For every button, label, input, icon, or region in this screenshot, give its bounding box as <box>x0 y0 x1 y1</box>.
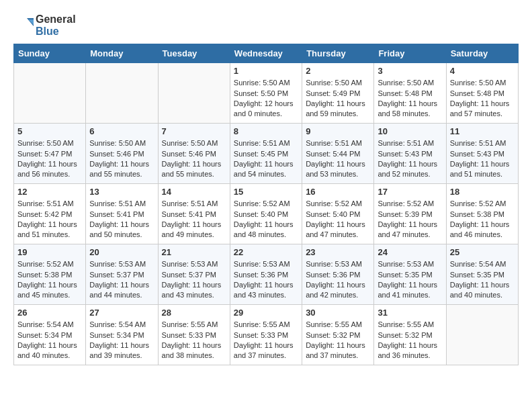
week-row-5: 26 Sunrise: 5:54 AM Sunset: 5:34 PM Dayl… <box>14 305 519 365</box>
cell-info: Sunrise: 5:51 AM Sunset: 5:41 PM Dayligh… <box>162 199 226 240</box>
day-cell: 17 Sunrise: 5:52 AM Sunset: 5:39 PM Dayl… <box>374 184 446 244</box>
day-cell: 6 Sunrise: 5:50 AM Sunset: 5:46 PM Dayli… <box>86 124 158 184</box>
cell-info: Sunrise: 5:50 AM Sunset: 5:47 PM Dayligh… <box>17 138 82 180</box>
cell-info: Sunrise: 5:52 AM Sunset: 5:40 PM Dayligh… <box>234 199 298 240</box>
cell-info: Sunrise: 5:50 AM Sunset: 5:48 PM Dayligh… <box>450 78 515 120</box>
day-cell: 5 Sunrise: 5:50 AM Sunset: 5:47 PM Dayli… <box>14 124 86 184</box>
day-number: 22 <box>234 247 298 257</box>
day-cell: 20 Sunrise: 5:53 AM Sunset: 5:37 PM Dayl… <box>86 244 158 305</box>
day-number: 8 <box>234 126 298 136</box>
day-number: 15 <box>234 187 298 197</box>
cell-info: Sunrise: 5:50 AM Sunset: 5:50 PM Dayligh… <box>234 78 298 120</box>
day-cell: 26 Sunrise: 5:54 AM Sunset: 5:34 PM Dayl… <box>14 305 86 365</box>
day-cell <box>14 63 86 124</box>
day-cell: 31 Sunrise: 5:55 AM Sunset: 5:32 PM Dayl… <box>374 305 446 365</box>
day-number: 3 <box>378 66 442 76</box>
cell-info: Sunrise: 5:50 AM Sunset: 5:46 PM Dayligh… <box>89 138 154 180</box>
day-number: 27 <box>89 308 154 318</box>
day-cell: 15 Sunrise: 5:52 AM Sunset: 5:40 PM Dayl… <box>230 184 302 244</box>
logo: General Blue <box>13 13 76 37</box>
week-row-2: 5 Sunrise: 5:50 AM Sunset: 5:47 PM Dayli… <box>14 124 519 184</box>
cell-info: Sunrise: 5:50 AM Sunset: 5:49 PM Dayligh… <box>306 78 370 120</box>
cell-info: Sunrise: 5:50 AM Sunset: 5:48 PM Dayligh… <box>378 78 442 120</box>
header-wednesday: Wednesday <box>230 44 302 63</box>
day-number: 16 <box>306 187 370 197</box>
header-saturday: Saturday <box>446 44 518 63</box>
svg-marker-1 <box>28 19 34 25</box>
cell-info: Sunrise: 5:51 AM Sunset: 5:43 PM Dayligh… <box>450 138 515 180</box>
cell-info: Sunrise: 5:55 AM Sunset: 5:32 PM Dayligh… <box>306 320 370 361</box>
logo-blue: Blue <box>36 26 76 38</box>
day-number: 29 <box>234 308 298 318</box>
cell-info: Sunrise: 5:51 AM Sunset: 5:45 PM Dayligh… <box>234 138 298 180</box>
day-cell: 21 Sunrise: 5:53 AM Sunset: 5:37 PM Dayl… <box>158 244 230 305</box>
day-number: 4 <box>450 66 515 76</box>
day-number: 23 <box>306 247 370 257</box>
day-cell: 18 Sunrise: 5:52 AM Sunset: 5:38 PM Dayl… <box>446 184 518 244</box>
day-cell: 8 Sunrise: 5:51 AM Sunset: 5:45 PM Dayli… <box>230 124 302 184</box>
calendar-table: SundayMondayTuesdayWednesdayThursdayFrid… <box>13 44 519 365</box>
cell-info: Sunrise: 5:53 AM Sunset: 5:36 PM Dayligh… <box>234 259 298 301</box>
cell-info: Sunrise: 5:53 AM Sunset: 5:37 PM Dayligh… <box>162 259 226 301</box>
cell-info: Sunrise: 5:51 AM Sunset: 5:44 PM Dayligh… <box>306 138 370 180</box>
day-cell: 10 Sunrise: 5:51 AM Sunset: 5:43 PM Dayl… <box>374 124 446 184</box>
cell-info: Sunrise: 5:55 AM Sunset: 5:33 PM Dayligh… <box>162 320 226 361</box>
day-cell: 2 Sunrise: 5:50 AM Sunset: 5:49 PM Dayli… <box>302 63 374 124</box>
day-cell: 7 Sunrise: 5:50 AM Sunset: 5:46 PM Dayli… <box>158 124 230 184</box>
day-number: 11 <box>450 126 515 136</box>
header-friday: Friday <box>374 44 446 63</box>
day-cell: 16 Sunrise: 5:52 AM Sunset: 5:40 PM Dayl… <box>302 184 374 244</box>
cell-info: Sunrise: 5:52 AM Sunset: 5:38 PM Dayligh… <box>450 199 515 240</box>
cell-info: Sunrise: 5:52 AM Sunset: 5:40 PM Dayligh… <box>306 199 370 240</box>
cell-info: Sunrise: 5:51 AM Sunset: 5:43 PM Dayligh… <box>378 138 442 180</box>
logo-bird-icon <box>13 15 34 36</box>
day-cell: 1 Sunrise: 5:50 AM Sunset: 5:50 PM Dayli… <box>230 63 302 124</box>
day-cell: 4 Sunrise: 5:50 AM Sunset: 5:48 PM Dayli… <box>446 63 518 124</box>
cell-info: Sunrise: 5:54 AM Sunset: 5:34 PM Dayligh… <box>17 320 82 361</box>
day-number: 17 <box>378 187 442 197</box>
cell-info: Sunrise: 5:50 AM Sunset: 5:46 PM Dayligh… <box>162 138 226 180</box>
week-row-3: 12 Sunrise: 5:51 AM Sunset: 5:42 PM Dayl… <box>14 184 519 244</box>
day-cell: 11 Sunrise: 5:51 AM Sunset: 5:43 PM Dayl… <box>446 124 518 184</box>
day-cell: 29 Sunrise: 5:55 AM Sunset: 5:33 PM Dayl… <box>230 305 302 365</box>
header-thursday: Thursday <box>302 44 374 63</box>
day-cell: 28 Sunrise: 5:55 AM Sunset: 5:33 PM Dayl… <box>158 305 230 365</box>
cell-info: Sunrise: 5:52 AM Sunset: 5:38 PM Dayligh… <box>17 259 82 301</box>
day-number: 26 <box>17 308 82 318</box>
day-number: 25 <box>450 247 515 257</box>
logo-general: General <box>36 13 76 26</box>
day-cell <box>158 63 230 124</box>
header-tuesday: Tuesday <box>158 44 230 63</box>
header-row: SundayMondayTuesdayWednesdayThursdayFrid… <box>14 44 519 63</box>
day-number: 7 <box>162 126 226 136</box>
page-header: General Blue <box>13 13 519 37</box>
day-number: 10 <box>378 126 442 136</box>
cell-info: Sunrise: 5:53 AM Sunset: 5:37 PM Dayligh… <box>89 259 154 301</box>
header-monday: Monday <box>86 44 158 63</box>
header-sunday: Sunday <box>14 44 86 63</box>
day-cell: 9 Sunrise: 5:51 AM Sunset: 5:44 PM Dayli… <box>302 124 374 184</box>
cell-info: Sunrise: 5:53 AM Sunset: 5:36 PM Dayligh… <box>306 259 370 301</box>
day-number: 1 <box>234 66 298 76</box>
week-row-1: 1 Sunrise: 5:50 AM Sunset: 5:50 PM Dayli… <box>14 63 519 124</box>
day-cell: 19 Sunrise: 5:52 AM Sunset: 5:38 PM Dayl… <box>14 244 86 305</box>
day-number: 12 <box>17 187 82 197</box>
cell-info: Sunrise: 5:55 AM Sunset: 5:33 PM Dayligh… <box>234 320 298 361</box>
day-number: 19 <box>17 247 82 257</box>
day-cell: 30 Sunrise: 5:55 AM Sunset: 5:32 PM Dayl… <box>302 305 374 365</box>
cell-info: Sunrise: 5:54 AM Sunset: 5:34 PM Dayligh… <box>89 320 154 361</box>
day-number: 24 <box>378 247 442 257</box>
cell-info: Sunrise: 5:53 AM Sunset: 5:35 PM Dayligh… <box>378 259 442 301</box>
day-cell: 27 Sunrise: 5:54 AM Sunset: 5:34 PM Dayl… <box>86 305 158 365</box>
day-number: 13 <box>89 187 154 197</box>
cell-info: Sunrise: 5:51 AM Sunset: 5:42 PM Dayligh… <box>17 199 82 240</box>
day-cell <box>86 63 158 124</box>
day-number: 28 <box>162 308 226 318</box>
day-cell: 3 Sunrise: 5:50 AM Sunset: 5:48 PM Dayli… <box>374 63 446 124</box>
day-number: 18 <box>450 187 515 197</box>
cell-info: Sunrise: 5:52 AM Sunset: 5:39 PM Dayligh… <box>378 199 442 240</box>
day-cell: 22 Sunrise: 5:53 AM Sunset: 5:36 PM Dayl… <box>230 244 302 305</box>
cell-info: Sunrise: 5:54 AM Sunset: 5:35 PM Dayligh… <box>450 259 515 301</box>
day-number: 5 <box>17 126 82 136</box>
day-cell <box>446 305 518 365</box>
